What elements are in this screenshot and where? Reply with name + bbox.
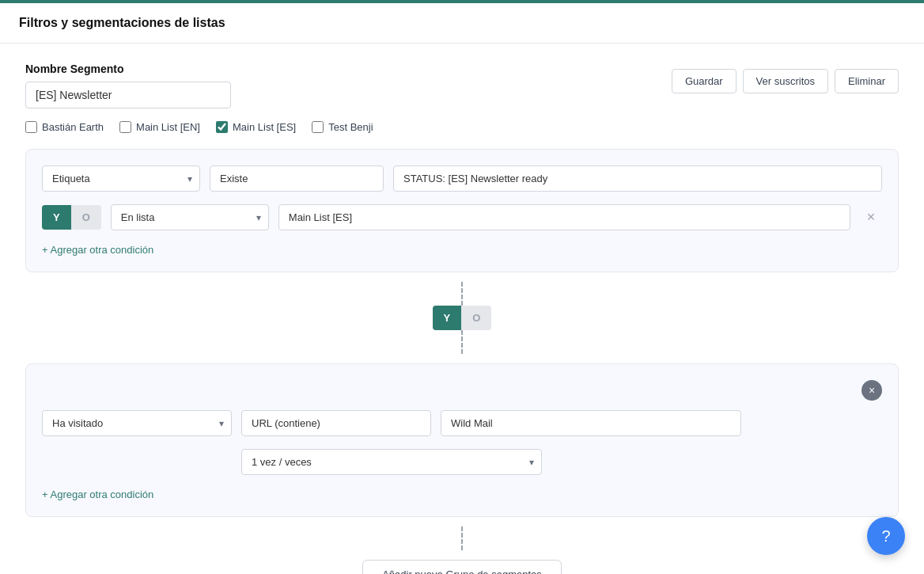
header-row: Nombre Segmento Guardar Ver suscritos El… <box>25 63 899 108</box>
header-buttons: Guardar Ver suscritos Eliminar <box>672 69 899 93</box>
connector-line-top <box>461 282 463 306</box>
connector-line-bottom <box>461 330 463 354</box>
delete-button[interactable]: Eliminar <box>835 69 899 93</box>
support-icon: ? <box>881 527 890 545</box>
checkbox-main-en-label: Main List [EN] <box>136 121 200 133</box>
o-button-connector[interactable]: O <box>461 306 491 330</box>
checkbox-main-en[interactable]: Main List [EN] <box>119 121 200 133</box>
list-value-input-1[interactable] <box>278 204 850 230</box>
segment-name-label: Nombre Segmento <box>25 63 672 75</box>
checkboxes-row: Bastián Earth Main List [EN] Main List [… <box>25 121 899 133</box>
main-content: Nombre Segmento Guardar Ver suscritos El… <box>0 44 924 574</box>
operator-input-2[interactable] <box>241 410 431 436</box>
checkbox-test-benji-input[interactable] <box>312 121 324 133</box>
y-o-toggle-connector: Y O <box>433 306 492 330</box>
page-title: Filtros y segmentaciones de listas <box>19 16 225 29</box>
operator-select-wrapper-1: En lista <box>111 204 269 230</box>
condition-row-2: Ha visitado <box>42 410 882 436</box>
checkbox-bastian[interactable]: Bastián Earth <box>25 121 104 133</box>
checkbox-test-benji[interactable]: Test Benji <box>312 121 373 133</box>
checkbox-bastian-label: Bastián Earth <box>42 121 104 133</box>
field-select-wrapper-2: Ha visitado <box>42 410 232 436</box>
segment-name-input[interactable] <box>25 82 231 108</box>
o-button-1[interactable]: O <box>71 205 101 230</box>
checkbox-main-es-input[interactable] <box>216 121 228 133</box>
field-select-2[interactable]: Ha visitado <box>42 410 232 436</box>
segment-group-2: × Ha visitado 1 vez / veces + Agregar ot… <box>25 363 899 517</box>
checkbox-main-es-label: Main List [ES] <box>233 121 296 133</box>
y-button-connector[interactable]: Y <box>433 306 462 330</box>
support-button[interactable]: ? <box>867 517 905 555</box>
segment-group-1: Etiqueta Y O En lista × + Agregar otra c… <box>25 149 899 272</box>
checkbox-test-benji-label: Test Benji <box>328 121 373 133</box>
value-input-2[interactable] <box>441 410 741 436</box>
checkbox-bastian-input[interactable] <box>25 121 37 133</box>
condition-row-1: Etiqueta <box>42 165 882 192</box>
group-connector: Y O <box>25 272 899 363</box>
checkbox-main-es[interactable]: Main List [ES] <box>216 121 296 133</box>
add-group-button[interactable]: Añadir nuevo Grupo de segmentos <box>362 560 562 574</box>
add-condition-button-1[interactable]: + Agregar otra condición <box>42 244 153 256</box>
operator-input-1[interactable] <box>210 165 384 192</box>
times-select-wrapper: 1 vez / veces <box>241 449 542 475</box>
bottom-connector <box>25 517 899 560</box>
checkbox-main-en-input[interactable] <box>119 121 131 133</box>
group-header-2: × <box>42 380 882 407</box>
view-subscribers-button[interactable]: Ver suscritos <box>743 69 828 93</box>
times-select[interactable]: 1 vez / veces <box>241 449 542 475</box>
field-select-1[interactable]: Etiqueta <box>42 165 200 192</box>
y-button-1[interactable]: Y <box>42 205 71 230</box>
add-condition-button-2[interactable]: + Agregar otra condición <box>42 488 153 500</box>
save-button[interactable]: Guardar <box>672 69 737 93</box>
sub-condition-row-1: Y O En lista × <box>42 204 882 230</box>
close-group-button-2[interactable]: × <box>862 380 882 401</box>
bottom-connector-line <box>461 526 463 550</box>
remove-condition-button-1[interactable]: × <box>860 207 882 229</box>
field-select-wrapper-1: Etiqueta <box>42 165 200 192</box>
times-row-2: 1 vez / veces <box>241 449 882 475</box>
value-input-1[interactable] <box>393 165 882 192</box>
header-left: Nombre Segmento <box>25 63 672 108</box>
y-o-toggle-1: Y O <box>42 205 101 230</box>
operator-select-1[interactable]: En lista <box>111 204 269 230</box>
page-header: Filtros y segmentaciones de listas <box>0 3 924 44</box>
